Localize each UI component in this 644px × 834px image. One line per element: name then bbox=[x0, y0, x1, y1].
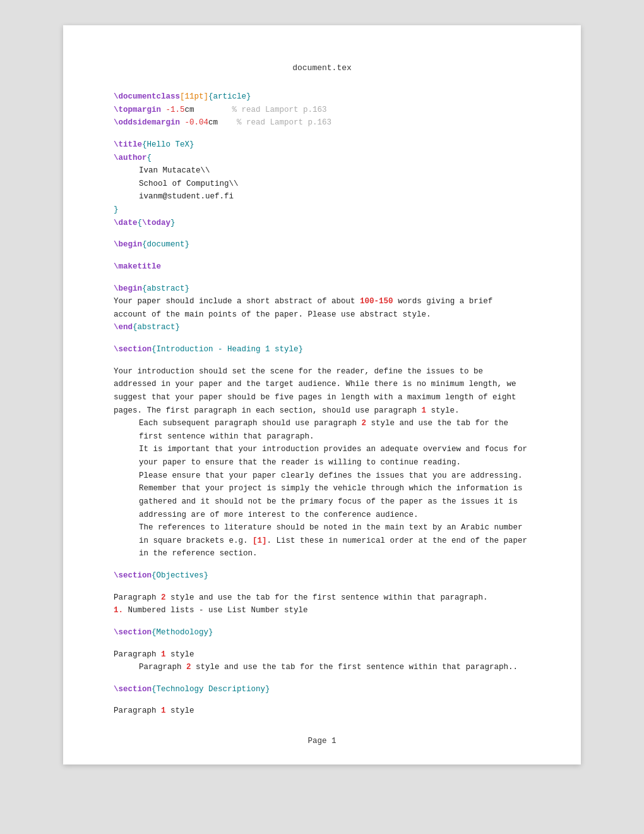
date-line: \date{\today} bbox=[114, 217, 530, 230]
objectives-content: Paragraph 2 style and use the tab for th… bbox=[114, 591, 530, 617]
section4-arg: {Technology Descriptiony} bbox=[152, 685, 270, 694]
author-close: } bbox=[114, 205, 119, 214]
abstract-dash: - bbox=[374, 297, 379, 306]
abstract-text-line: Your paper should include a short abstra… bbox=[114, 295, 530, 321]
topmargin-cmd: \topmargin bbox=[114, 106, 161, 114]
begin-abstract-line: \begin{abstract} bbox=[114, 282, 530, 296]
author-name-line: Ivan Mutacate\\ bbox=[139, 164, 530, 178]
maketitle-cmd: \maketitle bbox=[114, 262, 161, 271]
end-abstract-arg: {abstract} bbox=[133, 323, 180, 332]
topmargin-val: -1.5 bbox=[166, 106, 185, 114]
section4-block: \section{Technology Descriptiony} bbox=[114, 683, 530, 696]
intro-p2: Each subsequent paragraph should use par… bbox=[139, 417, 530, 443]
author-email-line: ivanm@student.uef.fi bbox=[139, 190, 530, 203]
title-author-block: \title{Hello TeX} \author{ Ivan Mutacate… bbox=[114, 138, 530, 229]
document-page: document.tex \documentclass[11pt]{articl… bbox=[63, 25, 581, 764]
author-email: ivanm@student.uef.fi bbox=[139, 192, 234, 201]
documentclass-cmd: \documentclass bbox=[114, 92, 180, 101]
section3-block: \section{Methodology} bbox=[114, 626, 530, 639]
section2-cmd: \section bbox=[114, 571, 152, 580]
begin-doc-arg: {document} bbox=[142, 240, 189, 249]
topmargin-unit: cm bbox=[185, 106, 194, 114]
file-title: document.tex bbox=[114, 63, 530, 73]
obj-list-text: Numbered lists - use List Number style bbox=[123, 606, 308, 615]
intro-p3: It is important that your introduction p… bbox=[139, 443, 530, 469]
intro-paragraphs: Your introduction should set the scene f… bbox=[114, 365, 530, 560]
oddsidemargin-val: -0.04 bbox=[185, 118, 209, 127]
intro-p4: Please ensure that your paper clearly de… bbox=[139, 469, 530, 522]
begin-document-line: \begin{document} bbox=[114, 238, 530, 251]
intro-p1: Your introduction should set the scene f… bbox=[114, 365, 530, 418]
section4-line: \section{Technology Descriptiony} bbox=[114, 683, 530, 696]
author-school-line: School of Computing\\ bbox=[139, 178, 530, 191]
maketitle-block: \maketitle bbox=[114, 260, 530, 274]
obj-p1: Paragraph 2 style and use the tab for th… bbox=[114, 591, 530, 605]
author-name: Ivan Mutacate\\ bbox=[139, 166, 210, 175]
begin-abstract-cmd: \begin bbox=[114, 284, 142, 293]
section3-cmd: \section bbox=[114, 628, 152, 637]
page-footer: Page 1 bbox=[63, 737, 581, 746]
intro-p5: The references to literature should be n… bbox=[139, 521, 530, 560]
obj-list: 1. Numbered lists - use List Number styl… bbox=[114, 604, 530, 617]
author-open: { bbox=[147, 154, 152, 162]
author-school: School of Computing\\ bbox=[139, 179, 239, 188]
section3-arg: {Methodology} bbox=[152, 628, 213, 637]
preamble-block: \documentclass[11pt]{article} \topmargin… bbox=[114, 90, 530, 130]
topmargin-comment: % read Lamport p.163 bbox=[232, 106, 327, 114]
oddsidemargin-line: \oddsidemargin -0.04cm % read Lamport p.… bbox=[114, 116, 530, 130]
author-cmd: \author bbox=[114, 154, 147, 162]
begin-doc-block: \begin{document} bbox=[114, 238, 530, 251]
date-arg: {\today} bbox=[138, 219, 176, 227]
meth-p2: Paragraph 2 style and use the tab for th… bbox=[139, 661, 530, 674]
section1-arg: {Introduction - Heading 1 style} bbox=[152, 345, 303, 354]
end-abstract-line: \end{abstract} bbox=[114, 321, 530, 334]
abstract-150: 150 bbox=[379, 297, 393, 306]
topmargin-line: \topmargin -1.5cm % read Lamport p.163 bbox=[114, 104, 530, 117]
oddsidemargin-cmd: \oddsidemargin bbox=[114, 118, 180, 127]
obj-list-num: 1. bbox=[114, 606, 123, 615]
tech-content: Paragraph 1 style bbox=[114, 704, 530, 718]
documentclass-opt: [11pt] bbox=[180, 92, 208, 101]
abstract-block: \begin{abstract} Your paper should inclu… bbox=[114, 282, 530, 335]
begin-abstract-arg: {abstract} bbox=[142, 284, 189, 293]
section4-cmd: \section bbox=[114, 685, 152, 694]
oddsidemargin-unit: cm bbox=[208, 118, 218, 127]
title-line: \title{Hello TeX} bbox=[114, 138, 530, 152]
tech-p1: Paragraph 1 style bbox=[114, 704, 530, 718]
section2-arg: {Objectives} bbox=[152, 571, 208, 580]
oddsidemargin-comment: % read Lamport p.163 bbox=[237, 118, 331, 127]
title-arg: {Hello TeX} bbox=[142, 140, 194, 149]
end-abstract-cmd: \end bbox=[114, 323, 133, 332]
section3-line: \section{Methodology} bbox=[114, 626, 530, 639]
author-close-line: } bbox=[114, 203, 530, 217]
title-cmd: \title bbox=[114, 140, 142, 149]
section2-block: \section{Objectives} bbox=[114, 569, 530, 583]
meth-p1: Paragraph 1 style bbox=[114, 648, 530, 662]
documentclass-arg: {article} bbox=[208, 92, 251, 101]
section1-cmd: \section bbox=[114, 345, 152, 354]
maketitle-line: \maketitle bbox=[114, 260, 530, 274]
abstract-text-before: Your paper should include a short abstra… bbox=[114, 297, 360, 306]
author-line: \author{ bbox=[114, 152, 530, 165]
begin-doc-cmd: \begin bbox=[114, 240, 142, 249]
section1-block: \section{Introduction - Heading 1 style} bbox=[114, 343, 530, 356]
methodology-content: Paragraph 1 style Paragraph 2 style and … bbox=[114, 648, 530, 674]
section1-line: \section{Introduction - Heading 1 style} bbox=[114, 343, 530, 356]
date-cmd: \date bbox=[114, 219, 138, 227]
abstract-100: 100 bbox=[360, 297, 374, 306]
section2-line: \section{Objectives} bbox=[114, 569, 530, 583]
documentclass-line: \documentclass[11pt]{article} bbox=[114, 90, 530, 104]
